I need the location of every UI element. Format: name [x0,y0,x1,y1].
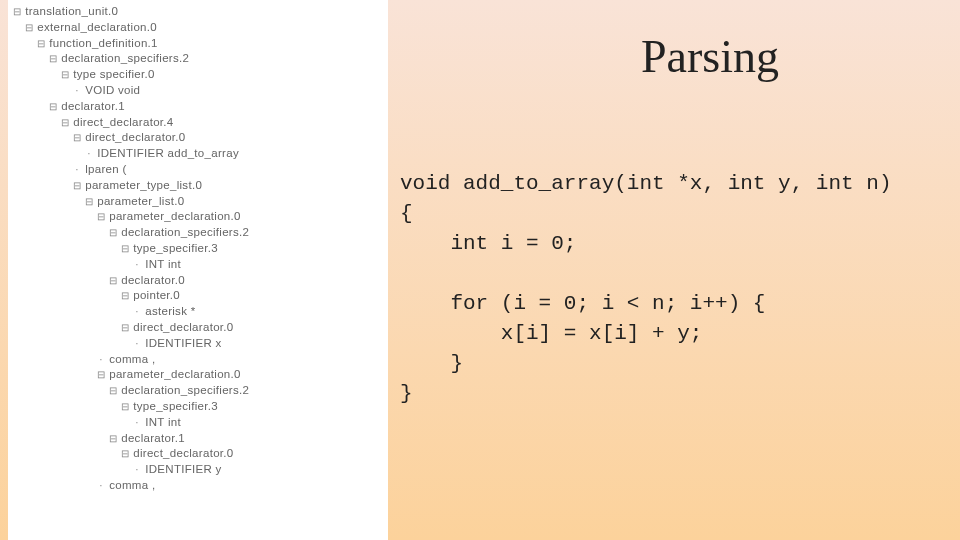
collapse-icon[interactable]: ⊟ [60,67,70,83]
collapse-icon[interactable]: ⊟ [48,51,58,67]
tree-row[interactable]: ⊟ direct_declarator.4 [8,115,388,131]
tree-node-label: parameter_declaration.0 [109,368,241,380]
tree-row[interactable]: ⊟ declaration_specifiers.2 [8,383,388,399]
tree-row[interactable]: · VOID void [8,83,388,99]
code-sample: void add_to_array(int *x, int y, int n) … [400,169,891,409]
collapse-icon[interactable]: ⊟ [120,399,130,415]
tree-row[interactable]: ⊟ type specifier.0 [8,67,388,83]
tree-row[interactable]: ⊟ type_specifier.3 [8,241,388,257]
collapse-icon[interactable]: ⊟ [72,130,82,146]
tree-node-label: type_specifier.3 [133,242,218,254]
tree-node-label: declarator.1 [61,100,125,112]
tree-node-label: INT int [145,416,181,428]
tree-node-label: declarator.1 [121,432,185,444]
tree-row[interactable]: · IDENTIFIER x [8,336,388,352]
tree-row[interactable]: · asterisk * [8,304,388,320]
collapse-icon[interactable]: ⊟ [48,99,58,115]
tree-node-label: parameter_declaration.0 [109,210,241,222]
slide: ⊟ translation_unit.0⊟ external_declarati… [0,0,960,540]
leaf-icon: · [72,162,82,178]
leaf-icon: · [132,304,142,320]
tree-row[interactable]: · comma , [8,352,388,368]
slide-title: Parsing [520,30,900,83]
leaf-icon: · [132,415,142,431]
tree-row[interactable]: ⊟ declaration_specifiers.2 [8,51,388,67]
tree-node-label: VOID void [85,84,140,96]
tree-node-label: pointer.0 [133,289,180,301]
tree-node-label: comma , [109,479,155,491]
tree-node-label: comma , [109,353,155,365]
parse-tree-panel: ⊟ translation_unit.0⊟ external_declarati… [8,0,388,540]
collapse-icon[interactable]: ⊟ [108,225,118,241]
tree-node-label: direct_declarator.0 [133,447,233,459]
tree-node-label: translation_unit.0 [25,5,118,17]
tree-node-label: lparen ( [85,163,126,175]
tree-row[interactable]: ⊟ parameter_declaration.0 [8,367,388,383]
tree-node-label: direct_declarator.0 [133,321,233,333]
leaf-icon: · [84,146,94,162]
collapse-icon[interactable]: ⊟ [120,320,130,336]
leaf-icon: · [96,478,106,494]
collapse-icon[interactable]: ⊟ [120,446,130,462]
tree-row[interactable]: ⊟ parameter_list.0 [8,194,388,210]
tree-row[interactable]: ⊟ translation_unit.0 [8,4,388,20]
tree-node-label: direct_declarator.4 [73,116,173,128]
leaf-icon: · [96,352,106,368]
tree-row[interactable]: · INT int [8,257,388,273]
collapse-icon[interactable]: ⊟ [84,194,94,210]
tree-node-label: declarator.0 [121,274,185,286]
tree-row[interactable]: ⊟ declarator.0 [8,273,388,289]
leaf-icon: · [132,462,142,478]
tree-node-label: declaration_specifiers.2 [121,384,249,396]
tree-row[interactable]: · comma , [8,478,388,494]
tree-row[interactable]: ⊟ declaration_specifiers.2 [8,225,388,241]
collapse-icon[interactable]: ⊟ [120,241,130,257]
tree-node-label: type_specifier.3 [133,400,218,412]
leaf-icon: · [72,83,82,99]
collapse-icon[interactable]: ⊟ [108,431,118,447]
tree-row[interactable]: ⊟ declarator.1 [8,99,388,115]
tree-node-label: parameter_type_list.0 [85,179,202,191]
tree-node-label: type specifier.0 [73,68,155,80]
collapse-icon[interactable]: ⊟ [108,273,118,289]
leaf-icon: · [132,257,142,273]
tree-row[interactable]: ⊟ declarator.1 [8,431,388,447]
collapse-icon[interactable]: ⊟ [96,209,106,225]
tree-row[interactable]: ⊟ direct_declarator.0 [8,446,388,462]
tree-node-label: parameter_list.0 [97,195,184,207]
tree-node-label: IDENTIFIER y [145,463,221,475]
collapse-icon[interactable]: ⊟ [12,4,22,20]
tree-row[interactable]: · lparen ( [8,162,388,178]
tree-node-label: direct_declarator.0 [85,131,185,143]
tree-node-label: asterisk * [145,305,195,317]
collapse-icon[interactable]: ⊟ [108,383,118,399]
tree-row[interactable]: ⊟ parameter_declaration.0 [8,209,388,225]
tree-row[interactable]: ⊟ function_definition.1 [8,36,388,52]
collapse-icon[interactable]: ⊟ [24,20,34,36]
tree-node-label: declaration_specifiers.2 [61,52,189,64]
tree-row[interactable]: ⊟ direct_declarator.0 [8,320,388,336]
collapse-icon[interactable]: ⊟ [96,367,106,383]
tree-row[interactable]: · IDENTIFIER add_to_array [8,146,388,162]
collapse-icon[interactable]: ⊟ [60,115,70,131]
tree-row[interactable]: ⊟ direct_declarator.0 [8,130,388,146]
leaf-icon: · [132,336,142,352]
tree-row[interactable]: ⊟ parameter_type_list.0 [8,178,388,194]
tree-node-label: INT int [145,258,181,270]
tree-node-label: function_definition.1 [49,37,158,49]
tree-node-label: declaration_specifiers.2 [121,226,249,238]
collapse-icon[interactable]: ⊟ [120,288,130,304]
collapse-icon[interactable]: ⊟ [36,36,46,52]
tree-node-label: IDENTIFIER x [145,337,221,349]
tree-row[interactable]: ⊟ type_specifier.3 [8,399,388,415]
tree-node-label: external_declaration.0 [37,21,157,33]
tree-row[interactable]: · IDENTIFIER y [8,462,388,478]
tree-row[interactable]: ⊟ pointer.0 [8,288,388,304]
tree-row[interactable]: · INT int [8,415,388,431]
tree-node-label: IDENTIFIER add_to_array [97,147,239,159]
tree-row[interactable]: ⊟ external_declaration.0 [8,20,388,36]
collapse-icon[interactable]: ⊟ [72,178,82,194]
